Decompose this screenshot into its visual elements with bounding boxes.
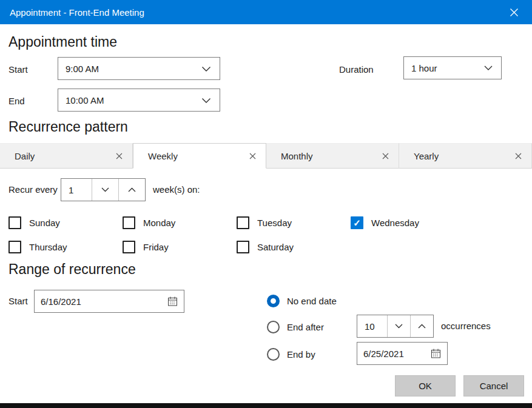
checkbox-label: Tuesday xyxy=(257,218,292,228)
weeks-on-label: week(s) on: xyxy=(153,184,200,195)
occurrences-label: occurrences xyxy=(441,321,491,331)
radio-button xyxy=(267,321,280,333)
checkbox-wednesday[interactable]: Wednesday xyxy=(351,216,419,229)
checkbox-sunday[interactable]: Sunday xyxy=(8,216,60,229)
checkbox-label: Saturday xyxy=(257,242,294,252)
calendar-icon xyxy=(167,296,178,307)
tab-monthly[interactable]: Monthly xyxy=(266,143,399,169)
radio-label: End by xyxy=(287,349,315,360)
checkbox xyxy=(237,216,249,229)
checkbox-label: Thursday xyxy=(29,242,67,252)
chevron-up-icon xyxy=(128,187,136,192)
tab-label: Yearly xyxy=(414,151,439,161)
tab-label: Daily xyxy=(15,151,35,161)
radio-no-end-date[interactable]: No end date xyxy=(267,294,337,307)
increment-button[interactable] xyxy=(118,179,145,201)
chevron-down-icon xyxy=(201,98,211,103)
occurrences-value: 10 xyxy=(357,315,387,337)
end-time-combobox[interactable]: 10:00 AM xyxy=(58,89,220,112)
start-time-value: 9:00 AM xyxy=(66,64,99,74)
close-icon xyxy=(510,8,519,17)
cancel-button[interactable]: Cancel xyxy=(463,375,524,396)
recur-every-value: 1 xyxy=(61,179,92,201)
end-time-label: End xyxy=(8,96,25,106)
tab-weekly[interactable]: Weekly xyxy=(133,143,266,169)
range-start-date-value: 6/16/2021 xyxy=(41,296,81,307)
checkbox-friday[interactable]: Friday xyxy=(123,240,169,253)
recurrence-pattern-heading: Recurrence pattern xyxy=(8,119,128,135)
end-time-value: 10:00 AM xyxy=(66,95,104,105)
end-by-date-value: 6/25/2021 xyxy=(363,349,404,359)
tab-label: Monthly xyxy=(281,151,313,161)
appointment-dialog: Appointment - Front-End Meeting Appointm… xyxy=(0,0,532,408)
appointment-time-heading: Appointment time xyxy=(8,34,117,50)
tab-yearly[interactable]: Yearly xyxy=(399,143,532,169)
checkbox xyxy=(237,241,249,253)
range-start-date-field[interactable]: 6/16/2021 xyxy=(34,290,184,313)
recur-every-label: Recur every xyxy=(8,184,58,195)
radio-end-by[interactable]: End by xyxy=(267,347,315,361)
checkbox-monday[interactable]: Monday xyxy=(123,216,175,229)
recur-every-spinner[interactable]: 1 xyxy=(61,178,146,201)
tab-close-icon[interactable] xyxy=(249,153,256,159)
checkbox xyxy=(351,216,363,229)
duration-combobox[interactable]: 1 hour xyxy=(403,56,502,79)
calendar-icon xyxy=(431,348,441,359)
tab-close-icon[interactable] xyxy=(116,153,123,159)
chevron-up-icon xyxy=(418,324,426,329)
checkbox xyxy=(8,216,21,229)
tab-label: Weekly xyxy=(148,151,178,161)
checkbox xyxy=(123,241,135,253)
close-button[interactable] xyxy=(500,0,527,24)
duration-value: 1 hour xyxy=(411,63,437,73)
chevron-down-icon xyxy=(201,66,211,72)
chevron-down-icon xyxy=(101,187,109,192)
checkbox xyxy=(8,241,21,253)
tab-daily[interactable]: Daily xyxy=(0,143,133,169)
checkbox-thursday[interactable]: Thursday xyxy=(8,240,67,253)
start-time-combobox[interactable]: 9:00 AM xyxy=(58,57,220,80)
end-by-date-field[interactable]: 6/25/2021 xyxy=(357,342,448,365)
ok-button[interactable]: OK xyxy=(395,375,456,396)
window-title: Appointment - Front-End Meeting xyxy=(10,7,144,18)
range-of-recurrence-heading: Range of recurrence xyxy=(8,261,136,278)
tab-close-icon[interactable] xyxy=(515,153,522,159)
radio-end-after[interactable]: End after xyxy=(267,320,324,333)
occurrences-spinner[interactable]: 10 xyxy=(357,315,434,338)
duration-label: Duration xyxy=(339,64,374,75)
checkbox-label: Sunday xyxy=(29,218,60,228)
increment-button[interactable] xyxy=(410,315,433,337)
tab-close-icon[interactable] xyxy=(382,153,389,159)
radio-button xyxy=(267,295,280,307)
checkbox-label: Wednesday xyxy=(371,218,419,228)
checkbox-saturday[interactable]: Saturday xyxy=(237,240,294,253)
checkbox xyxy=(123,216,135,229)
chevron-down-icon xyxy=(484,65,493,70)
decrement-button[interactable] xyxy=(92,179,118,201)
range-start-label: Start xyxy=(8,296,28,306)
recurrence-tab-bar: Daily Weekly Monthly Yearly xyxy=(0,143,532,169)
title-bar: Appointment - Front-End Meeting xyxy=(0,0,532,24)
radio-label: End after xyxy=(287,322,324,332)
chevron-down-icon xyxy=(395,324,403,329)
start-time-label: Start xyxy=(8,64,28,75)
checkbox-tuesday[interactable]: Tuesday xyxy=(237,216,292,229)
radio-label: No end date xyxy=(287,296,337,306)
checkbox-label: Friday xyxy=(143,242,169,252)
radio-button xyxy=(267,348,280,361)
bottom-bar xyxy=(0,403,532,408)
decrement-button[interactable] xyxy=(387,315,410,337)
checkbox-label: Monday xyxy=(143,218,175,228)
